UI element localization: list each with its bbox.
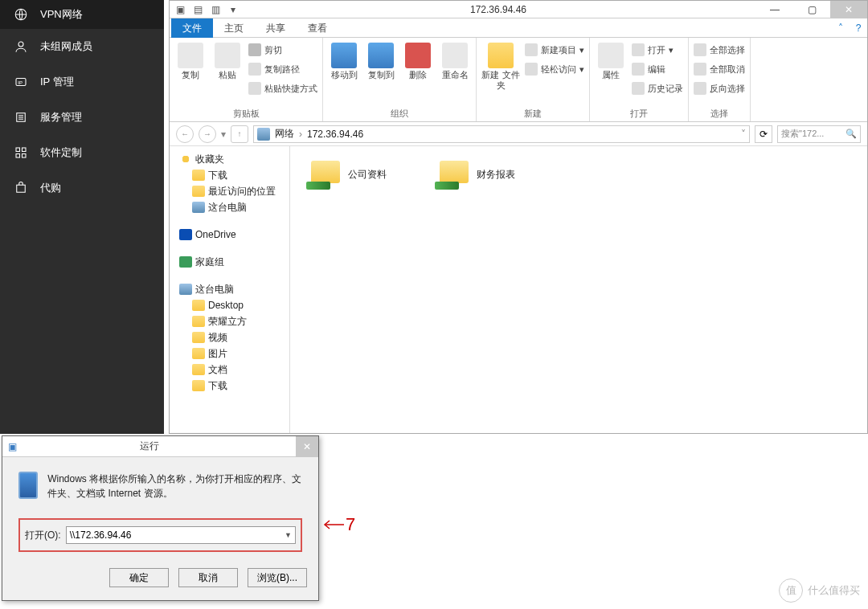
sidebar-item-members[interactable]: 未组网成员 bbox=[0, 29, 164, 64]
selectnone-button[interactable]: 全部取消 bbox=[694, 60, 745, 78]
search-icon: 🔍 bbox=[845, 129, 857, 139]
sidebar-item-vpn[interactable]: VPN网络 bbox=[0, 0, 164, 29]
tree-recent[interactable]: 最近访问的位置 bbox=[170, 183, 289, 199]
tab-file[interactable]: 文件 bbox=[171, 18, 213, 38]
invertsel-button[interactable]: 反向选择 bbox=[694, 80, 745, 97]
properties-button[interactable]: 属性 bbox=[595, 41, 627, 106]
tree-onedrive[interactable]: OneDrive bbox=[170, 227, 289, 243]
cancel-button[interactable]: 取消 bbox=[178, 568, 238, 587]
edit-button[interactable]: 编辑 bbox=[632, 60, 683, 78]
tree-thispc[interactable]: 这台电脑 bbox=[170, 281, 289, 297]
ribbon-group-open: 属性 打开 ▾ 编辑 历史记录 打开 bbox=[590, 38, 689, 121]
rename-button[interactable]: 重命名 bbox=[439, 41, 471, 106]
chevron-up-icon[interactable]: ˄ bbox=[832, 22, 850, 34]
sidebar-item-service[interactable]: 服务管理 bbox=[0, 100, 164, 135]
sidebar-label: 未组网成员 bbox=[40, 39, 92, 54]
svg-rect-6 bbox=[23, 148, 27, 152]
sidebar-item-ip[interactable]: IP IP 管理 bbox=[0, 64, 164, 100]
tree-documents[interactable]: 文档 bbox=[170, 362, 289, 378]
apps-icon bbox=[13, 145, 29, 161]
qat-dropdown-icon[interactable]: ▾ bbox=[226, 2, 240, 17]
qat-properties-icon[interactable]: ▤ bbox=[190, 2, 205, 17]
refresh-button[interactable]: ⟳ bbox=[755, 125, 772, 143]
cut-button[interactable]: 剪切 bbox=[248, 41, 317, 59]
copypath-button[interactable]: 复制路径 bbox=[248, 60, 317, 78]
minimize-button[interactable]: — bbox=[756, 1, 793, 18]
up-button[interactable]: ↑ bbox=[231, 125, 248, 143]
annotation-7: 7 bbox=[321, 514, 355, 535]
forward-button[interactable]: → bbox=[199, 125, 216, 143]
run-close-button[interactable]: ✕ bbox=[296, 436, 318, 457]
file-pane[interactable]: 公司资料 财务报表 bbox=[290, 146, 867, 433]
tree-videos[interactable]: 视频 bbox=[170, 329, 289, 345]
tab-home[interactable]: 主页 bbox=[213, 18, 255, 38]
folder-icon bbox=[192, 300, 205, 311]
qat-network-icon[interactable]: ▣ bbox=[173, 2, 187, 17]
pasteshortcut-button[interactable]: 粘贴快捷方式 bbox=[248, 80, 317, 97]
run-input-row: 打开(O): \\172.36.94.46 ▼ bbox=[18, 518, 302, 552]
svg-text:IP: IP bbox=[18, 80, 23, 85]
tree-homegroup[interactable]: 家庭组 bbox=[170, 254, 289, 270]
network-icon bbox=[257, 128, 270, 141]
moveto-button[interactable]: 移动到 bbox=[328, 41, 360, 106]
browse-button[interactable]: 浏览(B)... bbox=[248, 568, 307, 587]
tree-downloads2[interactable]: 下载 bbox=[170, 378, 289, 394]
history-button[interactable]: 历史记录 bbox=[632, 80, 683, 97]
explorer-window: ▣ ▤ ▥ ▾ 172.36.94.46 — ▢ ✕ 文件 主页 共享 查看 ˄… bbox=[169, 0, 868, 434]
dropdown-icon[interactable]: ▼ bbox=[285, 531, 292, 539]
tree-favorites[interactable]: 收藏夹 bbox=[170, 151, 289, 167]
paste-button[interactable]: 粘贴 bbox=[211, 41, 244, 106]
maximize-button[interactable]: ▢ bbox=[793, 1, 830, 18]
addr-dropdown-icon[interactable]: ˅ bbox=[741, 129, 746, 140]
tree-pictures[interactable]: 图片 bbox=[170, 345, 289, 362]
breadcrumb-network[interactable]: 网络 bbox=[275, 127, 294, 141]
sidebar-label: 服务管理 bbox=[40, 110, 82, 125]
ok-button[interactable]: 确定 bbox=[109, 568, 169, 587]
easyaccess-button[interactable]: 轻松访问 ▾ bbox=[525, 60, 584, 78]
tab-share[interactable]: 共享 bbox=[255, 18, 297, 38]
copy-button[interactable]: 复制 bbox=[174, 41, 207, 106]
tree-thispc-fav[interactable]: 这台电脑 bbox=[170, 199, 289, 215]
tree-desktop[interactable]: Desktop bbox=[170, 297, 289, 313]
run-open-label: 打开(O): bbox=[25, 529, 61, 542]
back-button[interactable]: ← bbox=[176, 125, 194, 143]
newfolder-button[interactable]: 新建 文件夹 bbox=[481, 41, 520, 106]
help-icon[interactable]: ? bbox=[850, 22, 867, 34]
watermark-text: 什么值得买 bbox=[808, 583, 860, 598]
newitem-button[interactable]: 新建项目 ▾ bbox=[525, 41, 584, 59]
search-input[interactable]: 搜索"172... 🔍 bbox=[777, 125, 861, 143]
run-dialog: ▣ 运行 ✕ Windows 将根据你所输入的名称，为你打开相应的程序、文件夹、… bbox=[2, 435, 319, 601]
selectall-button[interactable]: 全部选择 bbox=[694, 41, 745, 59]
address-bar-row: ← → ▾ ↑ 网络 › 172.36.94.46 ˅ ⟳ 搜索"172... … bbox=[170, 122, 867, 146]
cart-icon bbox=[13, 180, 29, 196]
history-dropdown[interactable]: ▾ bbox=[221, 129, 226, 140]
open-icon bbox=[632, 43, 645, 56]
shared-folder[interactable]: 财务报表 bbox=[435, 159, 515, 190]
sidebar-item-cart[interactable]: 代购 bbox=[0, 170, 164, 206]
address-bar[interactable]: 网络 › 172.36.94.46 ˅ bbox=[253, 125, 750, 143]
tree-honor[interactable]: 荣耀立方 bbox=[170, 313, 289, 329]
delete-button[interactable]: 删除 bbox=[402, 41, 434, 106]
ribbon-group-select: 全部选择 全部取消 反向选择 选择 bbox=[689, 38, 751, 121]
ribbon-group-organize: 移动到 复制到 删除 重命名 组织 bbox=[323, 38, 477, 121]
pc-icon bbox=[192, 202, 205, 213]
shared-folder[interactable]: 公司资料 bbox=[306, 159, 387, 190]
invert-icon bbox=[694, 82, 706, 95]
search-placeholder: 搜索"172... bbox=[781, 128, 824, 140]
open-button[interactable]: 打开 ▾ bbox=[632, 41, 683, 59]
run-input[interactable]: \\172.36.94.46 ▼ bbox=[66, 526, 296, 544]
tree-downloads[interactable]: 下载 bbox=[170, 167, 289, 183]
tab-view[interactable]: 查看 bbox=[297, 18, 338, 38]
qat-newfolder-icon[interactable]: ▥ bbox=[208, 2, 223, 17]
copyto-button[interactable]: 复制到 bbox=[365, 41, 397, 106]
sidebar-label: 软件定制 bbox=[40, 145, 82, 160]
svg-rect-5 bbox=[16, 148, 20, 152]
sidebar-item-apps[interactable]: 软件定制 bbox=[0, 135, 164, 170]
run-input-value: \\172.36.94.46 bbox=[70, 529, 132, 541]
shortcut-icon bbox=[248, 82, 261, 95]
breadcrumb-target[interactable]: 172.36.94.46 bbox=[307, 129, 363, 140]
run-icon: ▣ bbox=[2, 441, 22, 452]
close-button[interactable]: ✕ bbox=[830, 1, 867, 18]
cloud-icon bbox=[179, 229, 192, 240]
folder-icon bbox=[192, 186, 205, 197]
